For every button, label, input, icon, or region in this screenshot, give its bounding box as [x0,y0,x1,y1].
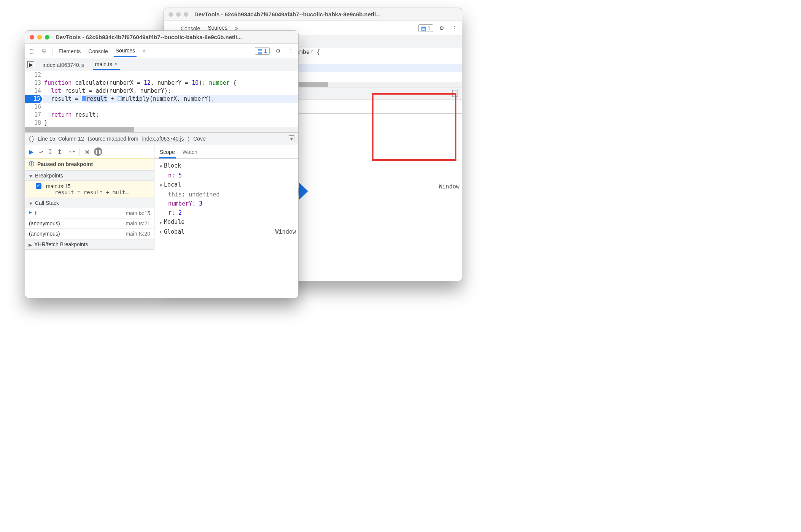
step-icon[interactable]: →• [67,148,75,155]
titlebar-back: DevTools - 62c6b934c4b7f676049af4b7--buc… [164,8,462,21]
traffic-max[interactable] [45,35,49,40]
window-title-back: DevTools - 62c6b934c4b7f676049af4b7--buc… [194,11,381,17]
step-into-icon[interactable]: ↧ [48,148,52,155]
scope-tree-front[interactable]: Block n: 5 Local this: undefined numberY… [154,159,298,239]
callstack-row[interactable]: fmain.ts:15 [25,208,154,218]
file-tabs-front: ▶ index.af063740.js main.ts × [25,58,298,71]
tab-elements[interactable]: Elements [57,45,82,57]
code-editor-front[interactable]: 12 13 14 15 15 16 17 18 function calcula… [25,71,298,127]
run-snippet-icon[interactable]: ▶ [27,61,34,68]
info-icon: ⓘ [29,161,34,168]
dropdown-icon[interactable]: ▾ [452,90,458,97]
kebab-icon[interactable]: ⋮ [450,24,459,32]
callstack-row[interactable]: (anonymous)main.ts:21 [25,218,154,229]
debug-marker-icon [82,96,86,101]
scope-module[interactable]: Module [160,217,296,227]
issues-count: 1 [428,25,431,31]
section-xhr[interactable]: XHR/fetch Breakpoints [25,239,154,250]
section-callstack[interactable]: Call Stack [25,198,154,208]
main-tabs-front: ⬚ ⧉ Elements Console Sources » ▤ 1 ⚙ ⋮ [25,44,298,58]
file-tab-index[interactable]: index.af063740.js [40,60,87,70]
inspect-icon[interactable]: ⬚ [28,47,36,55]
scope-pane-front: Scope Watch Block n: 5 Local this: undef… [154,145,298,250]
pause-banner: ⓘ Paused on breakpoint [25,158,154,170]
debugger-controls: ▶ ⤻ ↧ ↥ →• ⤭ ❚❚ [25,145,154,158]
debugger-left-pane: ▶ ⤻ ↧ ↥ →• ⤭ ❚❚ ⓘ Paused on breakpoint B… [25,145,154,250]
deactivate-bp-icon[interactable]: ⤭ [84,148,89,155]
dropdown-icon[interactable]: ▾ [289,135,294,142]
scope-local[interactable]: Local [160,180,296,190]
kebab-icon[interactable]: ⋮ [287,47,295,55]
var-n: n: 5 [160,171,296,180]
status-bar-front: { } Line 15, Column 12 (source mapped fr… [25,132,298,145]
pause-icon[interactable]: ❚❚ [94,147,102,156]
debug-marker-outline-icon [118,96,122,101]
traffic-min[interactable] [176,12,181,17]
chat-icon: ▤ [421,25,426,31]
gear-icon[interactable]: ⚙ [438,24,446,32]
issues-count: 1 [264,48,267,54]
code-line: } [44,119,298,127]
window-title-front: DevTools - 62c6b934c4b7f676049af4b7--buc… [56,34,242,40]
h-scrollbar[interactable] [25,127,298,132]
checkbox-checked-icon[interactable] [36,183,41,189]
close-icon[interactable]: × [114,61,118,67]
section-breakpoints[interactable]: Breakpoints [25,170,154,181]
breakpoint-glyph[interactable]: 15 [25,95,43,103]
breakpoint-snippet: result = result + mult… [36,189,150,195]
scope-block[interactable]: Block [160,161,296,171]
breakpoint-label: main.ts:15 [46,183,71,189]
file-tab-main[interactable]: main.ts × [93,59,120,70]
chat-icon: ▤ [257,48,262,54]
issues-badge[interactable]: ▤ 1 [255,47,270,55]
traffic-max[interactable] [184,12,188,17]
code-line: let result = add(numberX, numberY); [44,87,298,95]
code-line: function calculate(numberX = 12, numberY… [44,79,298,87]
traffic-close[interactable] [30,35,34,40]
tab-sources[interactable]: Sources [114,44,137,57]
scope-global[interactable]: GlobalWindow [160,227,296,236]
var-this: this: undefined [160,190,296,199]
step-out-icon[interactable]: ↥ [57,148,62,155]
cursor-pos: Line 15, Column 12 [38,136,84,142]
gear-icon[interactable]: ⚙ [274,47,282,55]
var-r: r: 2 [160,208,296,217]
more-tabs-icon[interactable]: » [141,47,147,55]
scope-tabs-front: Scope Watch [154,145,298,159]
code-line: return result; [44,111,298,119]
traffic-min[interactable] [37,35,42,40]
resume-icon[interactable]: ▶ [29,148,33,155]
step-over-icon[interactable]: ⤻ [38,148,43,155]
var-numberY: numberY: 3 [160,199,296,208]
format-icon[interactable]: { } [29,136,34,142]
devtools-window-front: DevTools - 62c6b934c4b7f676049af4b7--buc… [25,30,299,298]
traffic-close[interactable] [168,12,173,17]
sourcemap-link[interactable]: index.af063740.js [142,136,184,142]
issues-badge[interactable]: ▤ 1 [418,24,433,32]
breakpoint-row[interactable]: main.ts:15 result = result + mult… [25,181,154,198]
tab-scope[interactable]: Scope [159,147,176,158]
tab-console[interactable]: Console [87,45,109,57]
line-gutter: 12 13 14 15 15 16 17 18 [25,71,43,127]
device-icon[interactable]: ⧉ [41,47,48,55]
titlebar-front: DevTools - 62c6b934c4b7f676049af4b7--buc… [25,31,298,44]
tab-watch[interactable]: Watch [182,147,198,158]
code-line-active: result = result + multiply(numberX, numb… [25,95,298,103]
callstack-row[interactable]: (anonymous)main.ts:20 [25,229,154,239]
